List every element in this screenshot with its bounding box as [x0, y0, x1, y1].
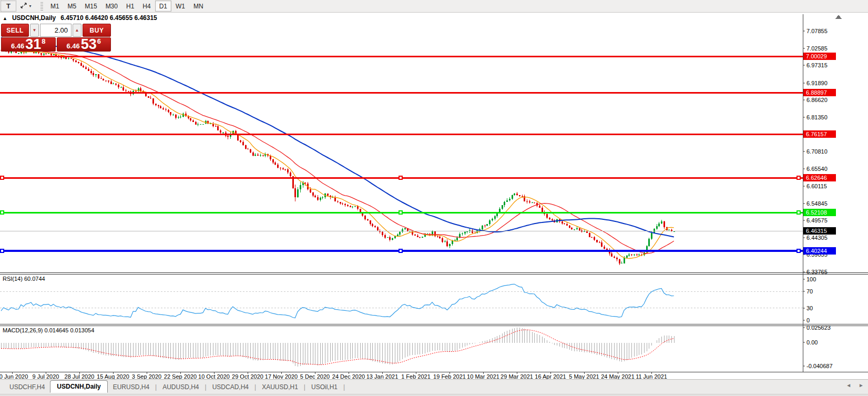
svg-text:6.65540: 6.65540 [806, 166, 828, 172]
rsi-label: RSI(14) 60.0744 [3, 276, 45, 282]
tab-separator: | [343, 383, 345, 391]
ma-fast-line [1, 48, 674, 258]
tab-eurusd-h4[interactable]: EURUSD,H4 [108, 382, 155, 392]
ma-medium-line [1, 45, 674, 253]
scroll-left-icon[interactable]: ◄ [846, 382, 851, 388]
buy-price-sup: 6 [97, 38, 101, 45]
text-tool-icon: T [6, 2, 11, 10]
time-scale[interactable]: 20 Jun 20209 Jul 202028 Jul 202015 Aug 2… [0, 372, 667, 380]
sell-price-sup: 8 [42, 38, 45, 45]
macd-panel: 0.0256230.00-0.040687 [1, 324, 833, 369]
buy-price-big: 53 [81, 38, 97, 50]
timeframe-button-mn[interactable]: MN [189, 1, 208, 12]
svg-text:6.62646: 6.62646 [806, 175, 827, 181]
svg-text:6.76157: 6.76157 [806, 131, 827, 137]
timeframe-button-m15[interactable]: M15 [80, 1, 101, 12]
moving-averages-layer [1, 37, 674, 258]
status-strip [0, 394, 868, 396]
svg-text:6.91890: 6.91890 [806, 80, 828, 86]
rsi-line [1, 284, 674, 318]
toolbar-grip[interactable] [40, 2, 43, 11]
svg-text:70: 70 [806, 288, 813, 295]
line-handle [399, 249, 402, 252]
cursor-tool-button[interactable]: ▼ [17, 1, 35, 12]
tab-separator: | [304, 383, 305, 391]
tab-scroll-arrows: ◄ ► [846, 382, 864, 388]
scroll-right-icon[interactable]: ► [859, 382, 864, 388]
text-tool-button[interactable]: T [1, 1, 16, 12]
timeframe-button-m30[interactable]: M30 [101, 1, 122, 12]
volume-increase-button[interactable]: ▲ [73, 24, 81, 37]
top-toolbar: T ▼ M1M5M15M30H1H4D1W1MN [0, 0, 868, 13]
scroll-up-triangle-icon [835, 15, 842, 19]
one-click-trading-panel: SELL ▼ ▲ BUY 6.46 31 8 6.46 53 6 [1, 24, 111, 52]
tab-separator: | [155, 383, 157, 391]
svg-text:6.97315: 6.97315 [806, 62, 828, 68]
sell-button[interactable]: SELL [1, 24, 29, 37]
timeframe-button-m5[interactable]: M5 [64, 1, 81, 12]
line-handle [1, 249, 4, 252]
line-handle [797, 176, 800, 179]
horizontal-lines-layer[interactable] [0, 56, 803, 252]
volume-decrease-button[interactable]: ▼ [30, 24, 39, 37]
svg-text:6.60115: 6.60115 [806, 183, 827, 189]
tab-usoil-h1[interactable]: USOil,H1 [306, 382, 343, 392]
tab-xauusd-h1[interactable]: XAUUSD,H1 [257, 382, 303, 392]
svg-text:6.40244: 6.40244 [806, 248, 827, 254]
trading-platform-window: 7.078557.025856.973156.918906.866206.813… [0, 0, 868, 396]
chart-symbol-label: USDCNH,Daily [12, 14, 56, 22]
svg-text:6.88897: 6.88897 [806, 89, 827, 96]
price-scale[interactable]: 7.078557.025856.973156.918906.866206.813… [803, 28, 836, 275]
svg-text:7.07855: 7.07855 [806, 28, 828, 34]
svg-text:6.33765: 6.33765 [806, 269, 828, 275]
ma-slow-line [1, 37, 674, 237]
svg-text:0.025623: 0.025623 [806, 324, 831, 331]
tab-audusd-h4[interactable]: AUDUSD,H4 [157, 382, 204, 392]
rsi-panel: 10070300 [0, 276, 816, 323]
tab-usdcnh-daily[interactable]: USDCNH,Daily [50, 380, 107, 393]
svg-text:6.70810: 6.70810 [806, 148, 828, 155]
chart-title: ▲ USDCNH,Daily 6.45710 6.46420 6.45655 6… [3, 14, 157, 22]
collapse-triangle-icon[interactable]: ▲ [3, 16, 7, 21]
svg-text:6.46315: 6.46315 [806, 228, 827, 234]
tab-usdchf-h4[interactable]: USDCHF,H4 [4, 382, 50, 392]
panel-frame [0, 14, 868, 372]
tab-usdcad-h4[interactable]: USDCAD,H4 [207, 382, 254, 392]
chart-ohlc-values: 6.45710 6.46420 6.45655 6.46315 [60, 14, 157, 22]
timeframe-button-h4[interactable]: H4 [138, 1, 155, 12]
macd-signal-line [1, 330, 674, 364]
chart-tab-bar: USDCHF,H4USDCNH,DailyEURUSD,H4|AUDUSD,H4… [0, 379, 868, 394]
buy-price-small: 6.46 [66, 43, 79, 50]
line-handle [399, 211, 402, 214]
line-handle [1, 176, 4, 179]
svg-text:6.54845: 6.54845 [806, 200, 828, 207]
line-handle [1, 211, 4, 214]
chart-canvas[interactable]: 7.078557.025856.973156.918906.866206.813… [0, 0, 868, 396]
tab-separator: | [205, 383, 207, 391]
line-handle [399, 176, 402, 179]
timeframe-button-w1[interactable]: W1 [171, 1, 189, 12]
svg-text:0: 0 [806, 317, 810, 323]
svg-text:0.00: 0.00 [806, 339, 818, 346]
macd-label: MACD(12,26,9) 0.014645 0.013054 [3, 327, 94, 333]
chevron-down-icon: ▼ [28, 4, 32, 8]
sell-price-button[interactable]: 6.46 31 8 [1, 37, 56, 52]
svg-text:7.00029: 7.00029 [806, 53, 827, 59]
timeframe-group: M1M5M15M30H1H4D1W1MN [46, 1, 208, 12]
sell-price-big: 31 [25, 38, 41, 50]
svg-text:6.52108: 6.52108 [806, 209, 827, 216]
tab-separator: | [254, 383, 256, 391]
volume-input[interactable] [40, 24, 72, 37]
line-handle [797, 211, 800, 214]
svg-text:100: 100 [806, 276, 816, 282]
svg-text:7.02585: 7.02585 [806, 45, 828, 52]
svg-text:6.44305: 6.44305 [806, 235, 828, 241]
buy-price-button[interactable]: 6.46 53 6 [57, 37, 111, 52]
timeframe-button-m1[interactable]: M1 [46, 1, 64, 12]
svg-text:-0.040687: -0.040687 [806, 363, 833, 369]
buy-button[interactable]: BUY [83, 24, 111, 37]
svg-text:6.81350: 6.81350 [806, 114, 828, 120]
diagonal-arrows-icon [20, 2, 27, 11]
timeframe-button-h1[interactable]: H1 [122, 1, 138, 12]
timeframe-button-d1[interactable]: D1 [155, 1, 171, 12]
